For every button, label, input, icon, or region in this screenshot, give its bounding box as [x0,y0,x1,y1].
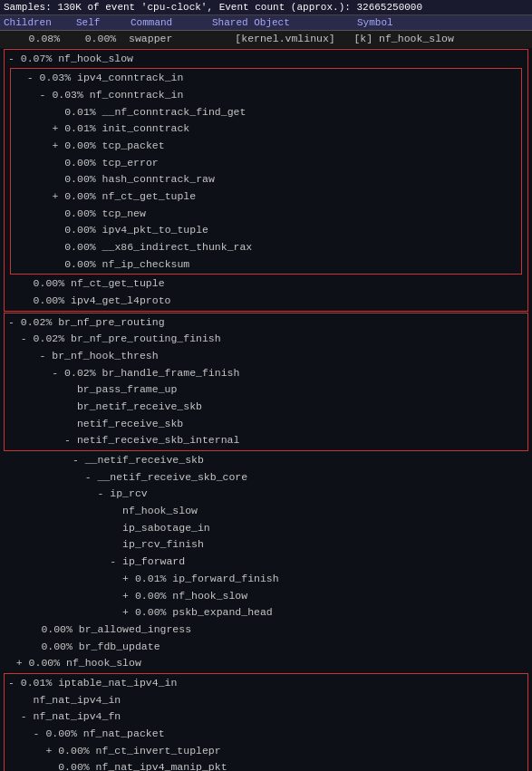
column-headers: Children Self Command Shared Object Symb… [0,15,532,31]
list-item[interactable]: 0.00% ipv4_pkt_to_tuple [13,222,519,239]
ipv4-conntrack-section: - 0.03% ipv4_conntrack_in - 0.03% nf_con… [10,68,522,275]
list-item[interactable]: - 0.01% iptable_nat_ipv4_in [6,675,526,692]
top-row[interactable]: 0.08% 0.00% swapper [kernel.vmlinux] [k]… [0,31,532,48]
col-shared-label: Shared Object [212,17,357,28]
list-item[interactable]: - 0.02% br_nf_pre_routing [6,314,526,332]
list-item[interactable]: br_pass_frame_up [6,381,526,399]
list-item[interactable]: + 0.00% tcp_packet [13,138,519,155]
list-item[interactable]: 0.00% br_allowed_ingress [0,622,532,639]
list-item[interactable]: - br_nf_hook_thresh [6,348,526,365]
list-item[interactable]: - 0.03% nf_conntrack_in [13,87,519,104]
list-item[interactable]: - netif_receive_skb_internal [6,432,526,449]
list-item[interactable]: - 0.00% nf_nat_packet [6,726,526,743]
list-item[interactable]: + 0.00% nf_ct_get_tuple [13,188,519,206]
list-item[interactable]: ip_sabotage_in [0,520,532,537]
list-item[interactable]: 0.00% br_fdb_update [0,639,532,656]
list-item[interactable]: 0.00% nf_ct_get_tuple [6,275,526,293]
iptable-nat-section: - 0.01% iptable_nat_ipv4_in nf_nat_ipv4_… [4,673,528,771]
list-item[interactable]: - ip_forward [0,554,532,571]
header-text: Samples: 130K of event 'cpu-clock', Even… [4,2,422,13]
br-nf-pre-routing-section: - 0.02% br_nf_pre_routing - 0.02% br_nf_… [4,313,528,451]
list-item[interactable]: 0.00% __x86_indirect_thunk_rax [13,239,519,256]
nf-hook-slow-section: - 0.07% nf_hook_slow - 0.03% ipv4_conntr… [4,49,528,312]
header-bar: Samples: 130K of event 'cpu-clock', Even… [0,0,532,15]
list-item[interactable]: 0.00% tcp_new [13,206,519,223]
list-item[interactable]: 0.00% nf_nat_ipv4_manip_pkt [6,759,526,771]
col-symbol-label: Symbol [357,17,528,28]
list-item[interactable]: 0.01% __nf_conntrack_find_get [13,104,519,121]
list-item[interactable]: - 0.03% ipv4_conntrack_in [13,70,519,87]
list-item[interactable]: 0.00% hash_conntrack_raw [13,171,519,188]
list-item[interactable]: nf_hook_slow [0,503,532,520]
list-item[interactable]: ip_rcv_finish [0,536,532,554]
col-children-label: Children [4,17,76,28]
list-item[interactable]: - nf_nat_ipv4_fn [6,708,526,726]
list-item[interactable]: - 0.02% br_handle_frame_finish [6,365,526,382]
list-item[interactable]: nf_nat_ipv4_in [6,692,526,709]
list-item[interactable]: 0.00% nf_ip_checksum [13,256,519,274]
list-item[interactable]: - ip_rcv [0,486,532,503]
list-item[interactable]: 0.00% tcp_error [13,155,519,172]
list-item[interactable]: + 0.00% nf_hook_slow [0,588,532,605]
list-item[interactable]: + 0.01% init_conntrack [13,120,519,138]
list-item[interactable]: netif_receive_skb [6,416,526,433]
list-item[interactable]: 0.00% ipv4_get_l4proto [6,293,526,310]
list-item[interactable]: - 0.02% br_nf_pre_routing_finish [6,331,526,348]
list-item[interactable]: + 0.00% pskb_expand_head [0,604,532,622]
list-item[interactable]: - __netif_receive_skb_core [0,469,532,487]
col-command-label: Command [131,17,212,28]
list-item[interactable]: - __netif_receive_skb [0,452,532,469]
content-area: 0.08% 0.00% swapper [kernel.vmlinux] [k]… [0,31,532,771]
col-self-label: Self [76,17,131,28]
list-item[interactable]: + 0.00% nf_ct_invert_tuplepr [6,743,526,760]
list-item[interactable]: + 0.00% nf_hook_slow [0,655,532,672]
list-item[interactable]: + 0.01% ip_forward_finish [0,571,532,588]
list-item[interactable]: - 0.07% nf_hook_slow [6,51,526,68]
list-item[interactable]: br_netif_receive_skb [6,399,526,416]
